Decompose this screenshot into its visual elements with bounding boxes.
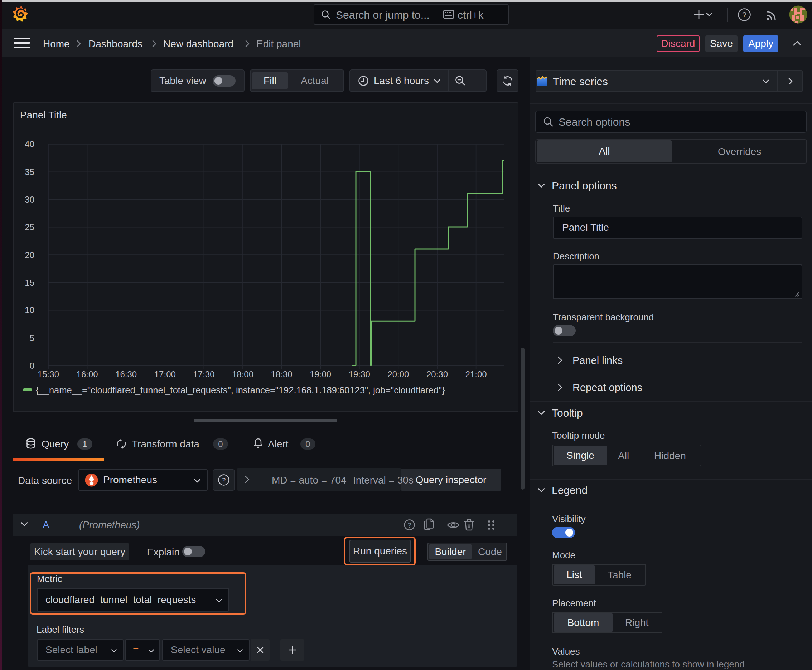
svg-text:17:30: 17:30 [193,369,214,379]
svg-text:15: 15 [25,278,34,288]
svg-text:?: ? [742,10,746,19]
svg-text:21:00: 21:00 [465,369,487,379]
svg-text:30: 30 [25,195,34,205]
svg-text:?: ? [222,476,226,484]
svg-text:5: 5 [30,333,34,343]
svg-text:35: 35 [25,167,34,177]
svg-text:18:00: 18:00 [232,369,253,379]
svg-text:40: 40 [25,139,34,149]
svg-text:20:30: 20:30 [426,369,448,379]
svg-text:16:30: 16:30 [115,369,137,379]
svg-text:19:30: 19:30 [349,369,370,379]
svg-text:0: 0 [30,361,34,371]
svg-text:18:30: 18:30 [271,369,293,379]
svg-text:15:30: 15:30 [37,369,59,379]
svg-text:{__name__="cloudflared_tunnel_: {__name__="cloudflared_tunnel_total_requ… [36,385,445,395]
svg-text:25: 25 [25,222,34,232]
svg-text:16:00: 16:00 [76,369,98,379]
svg-text:19:00: 19:00 [310,369,331,379]
svg-text:?: ? [407,522,411,529]
svg-text:17:00: 17:00 [154,369,176,379]
svg-text:20: 20 [25,250,34,260]
svg-text:20:00: 20:00 [387,369,409,379]
svg-text:10: 10 [25,305,34,315]
